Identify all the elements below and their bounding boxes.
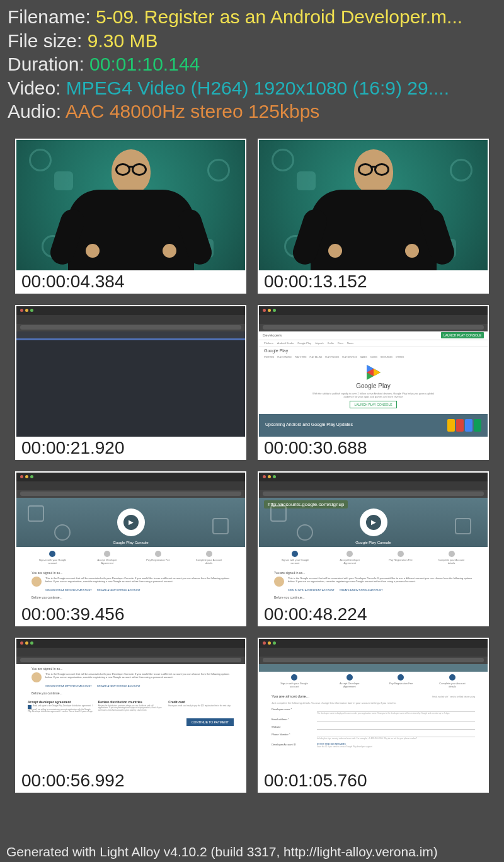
continue-button: CONTINUE TO PAYMENT (186, 718, 234, 726)
form-subtitle: Just complete the following details. You… (272, 701, 475, 704)
svg-marker-3 (374, 369, 381, 376)
thumbnail-4: Developers LAUNCH PLAY CONSOLE PlatformA… (259, 306, 488, 437)
form-row: Email address * (272, 718, 475, 722)
pc-steps: Sign-in with your Google account Accept … (259, 672, 488, 691)
file-info-block: Filename: 5-09. Register as an Android D… (0, 0, 504, 126)
duration-label: Duration: (8, 54, 89, 74)
thumbnail-3 (16, 306, 245, 437)
pc-hero-label: Google Play Console (16, 541, 245, 544)
thumbnail-5: ▶ Google Play Console Sign-in with your … (16, 473, 245, 603)
duration-row: Duration: 00:01:10.144 (8, 52, 496, 76)
gp-hero-title: Google Play (356, 382, 390, 389)
form-row: Phone Number * Include plus sign, countr… (272, 733, 475, 740)
thumbnail-cell-3[interactable]: 00:00:21.920 (15, 305, 246, 460)
pc-steps: Sign-in with your Google account Accept … (16, 547, 245, 568)
filename-value: 5-09. Register as an Android Developer.m… (96, 6, 462, 27)
filename-row: Filename: 5-09. Register as an Android D… (8, 5, 496, 29)
avatar (274, 577, 284, 587)
form-row: Website (272, 725, 475, 730)
thumbnail-1 (16, 140, 245, 270)
form-row: Developer Account ID DO NOT SEND SMS MES… (272, 743, 475, 748)
video-row: Video: MPEG4 Video (H264) 1920x1080 (16:… (8, 76, 496, 100)
thumbnail-cell-2[interactable]: 00:00:13.152 (258, 139, 489, 294)
pc-hero-label: Google Play Console (259, 541, 488, 544)
pc-links: SIGN IN WITH A DIFFERENT ACCOUNTCREATE A… (45, 589, 230, 592)
thumbnail-7: You are signed in as... This is the Goog… (16, 639, 245, 769)
gp-card-art (447, 419, 481, 432)
filename-label: Filename: (8, 6, 96, 27)
audio-value: AAC 48000Hz stereo 125kbps (66, 101, 320, 122)
avatar (32, 672, 42, 682)
pc-links: SIGN IN WITH A DIFFERENT ACCOUNTCREATE A… (288, 589, 472, 592)
pc-signedin-label: You are signed in as... (32, 571, 230, 575)
gp-card-title: Upcoming Android and Google Play Updates (265, 422, 353, 427)
thumbnail-cell-6[interactable]: http://accounts.google.com/signup ▶ Goog… (258, 471, 489, 626)
gp-subnav: OVERVIEWPLAY CONSOLEPLAY STOREPLAY BILLI… (259, 355, 488, 360)
thumbnail-cell-4[interactable]: Developers LAUNCH PLAY CONSOLE PlatformA… (258, 305, 489, 460)
filesize-value: 9.30 MB (88, 30, 158, 51)
audio-label: Audio: (8, 101, 66, 122)
pc-before-label: Before you continue... (32, 691, 230, 695)
pc-signedin-label: You are signed in as... (274, 571, 472, 575)
form-required-badge: Fields marked with * need to be filled b… (432, 696, 475, 698)
play-store-icon (367, 365, 381, 380)
timestamp-7: 00:00:56.992 (16, 769, 245, 791)
thumbnail-grid: 00:00:04.384 (0, 126, 504, 798)
thumbnail-cell-7[interactable]: You are signed in as... This is the Goog… (15, 638, 246, 793)
timestamp-6: 00:00:48.224 (259, 603, 488, 625)
gp-launch-button: LAUNCH PLAY CONSOLE (441, 332, 484, 338)
pc-desc: This is the Google account that will be … (45, 672, 230, 679)
thumbnail-8: Sign-in with your Google account Accept … (259, 639, 488, 769)
thumbnail-2 (259, 140, 488, 270)
timestamp-5: 00:00:39.456 (16, 603, 245, 625)
play-console-icon: ▶ (360, 509, 387, 536)
pc-signedin-label: You are signed in as... (32, 667, 230, 670)
footer-generated-by: Generated with Light Alloy v4.10.2 (buil… (6, 844, 438, 859)
pc-links: SIGN IN WITH A DIFFERENT ACCOUNTCREATE A… (45, 684, 230, 687)
thumbnail-cell-8[interactable]: Sign-in with your Google account Accept … (258, 638, 489, 793)
three-column-section: Accept developer agreement Read and agre… (16, 698, 245, 716)
gp-hero-button: LAUNCH PLAY CONSOLE (350, 401, 396, 408)
timestamp-2: 00:00:13.152 (259, 270, 488, 292)
timestamp-3: 00:00:21.920 (16, 437, 245, 459)
gp-hero-subtitle: With the ability to publish rapidly to o… (311, 392, 437, 398)
pc-before-label: Before you continue... (274, 595, 472, 599)
timestamp-4: 00:00:30.688 (259, 437, 488, 459)
pc-before-label: Before you continue... (32, 595, 230, 599)
gp-section-title: Google Play (259, 347, 488, 355)
duration-value: 00:01:10.144 (89, 54, 200, 74)
timestamp-1: 00:00:04.384 (16, 270, 245, 292)
filesize-row: File size: 9.30 MB (8, 29, 496, 53)
pc-steps: Sign-in with your Google account Accept … (259, 547, 488, 568)
pc-desc: This is the Google account that will be … (288, 577, 472, 583)
audio-row: Audio: AAC 48000Hz stereo 125kbps (8, 100, 496, 124)
gp-developers-label: Developers (263, 333, 282, 337)
video-label: Video: (8, 78, 66, 98)
play-console-icon: ▶ (117, 509, 145, 536)
video-value: MPEG4 Video (H264) 1920x1080 (16:9) 29..… (66, 78, 449, 98)
form-row: Developer name * The developer name is d… (272, 708, 475, 715)
thumbnail-6: http://accounts.google.com/signup ▶ Goog… (259, 473, 488, 603)
filesize-label: File size: (8, 30, 88, 51)
thumbnail-cell-5[interactable]: ▶ Google Play Console Sign-in with your … (15, 471, 246, 626)
pc-desc: This is the Google account that will be … (45, 577, 230, 583)
avatar (32, 577, 42, 587)
form-title: You are almost done... (272, 694, 309, 698)
timestamp-8: 00:01:05.760 (259, 769, 488, 791)
gp-nav: PlatformAndroid StudioGoogle PlayJetpack… (259, 340, 488, 347)
thumbnail-cell-1[interactable]: 00:00:04.384 (15, 139, 246, 294)
